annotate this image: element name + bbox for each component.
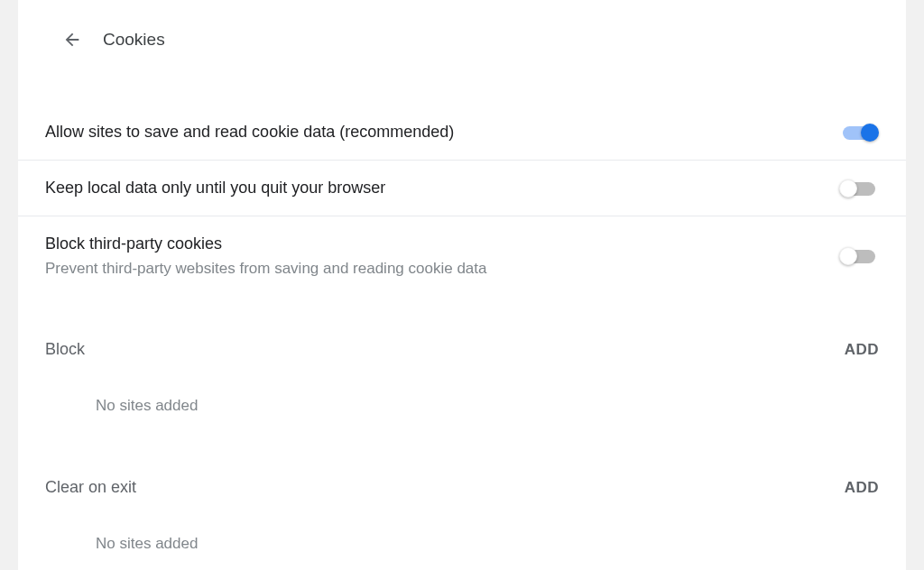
setting-sublabel: Prevent third-party websites from saving… — [45, 258, 486, 280]
toggle-allow-cookies[interactable] — [839, 124, 879, 141]
empty-text-block: No sites added — [18, 359, 906, 433]
back-arrow-icon — [62, 30, 82, 50]
section-block-header: Block ADD — [18, 324, 906, 359]
toggle-block-third-party[interactable] — [839, 248, 879, 264]
setting-text: Allow sites to save and read cookie data… — [45, 121, 454, 143]
toggle-thumb — [861, 124, 879, 142]
page-content: Cookies Allow sites to save and read coo… — [18, 0, 906, 570]
section-title-block: Block — [45, 340, 85, 359]
section-clear-on-exit-header: Clear on exit ADD — [18, 462, 906, 497]
toggle-thumb — [839, 179, 857, 198]
toggle-thumb — [839, 247, 857, 265]
add-button-block[interactable]: ADD — [845, 341, 879, 359]
empty-text-clear-on-exit: No sites added — [18, 497, 906, 570]
setting-keep-local-data: Keep local data only until you quit your… — [18, 161, 906, 216]
toggle-keep-local-data[interactable] — [839, 180, 879, 197]
setting-label: Allow sites to save and read cookie data… — [45, 121, 454, 143]
setting-label: Block third-party cookies — [45, 233, 486, 255]
setting-label: Keep local data only until you quit your… — [45, 177, 385, 199]
setting-allow-cookies: Allow sites to save and read cookie data… — [18, 105, 906, 161]
page-title: Cookies — [103, 30, 165, 50]
setting-block-third-party: Block third-party cookies Prevent third-… — [18, 216, 906, 295]
setting-text: Block third-party cookies Prevent third-… — [45, 233, 486, 279]
add-button-clear-on-exit[interactable]: ADD — [845, 479, 879, 497]
setting-text: Keep local data only until you quit your… — [45, 177, 385, 199]
header: Cookies — [18, 0, 906, 72]
settings-list: Allow sites to save and read cookie data… — [18, 105, 906, 295]
section-title-clear-on-exit: Clear on exit — [45, 478, 136, 497]
back-button[interactable] — [51, 18, 94, 61]
